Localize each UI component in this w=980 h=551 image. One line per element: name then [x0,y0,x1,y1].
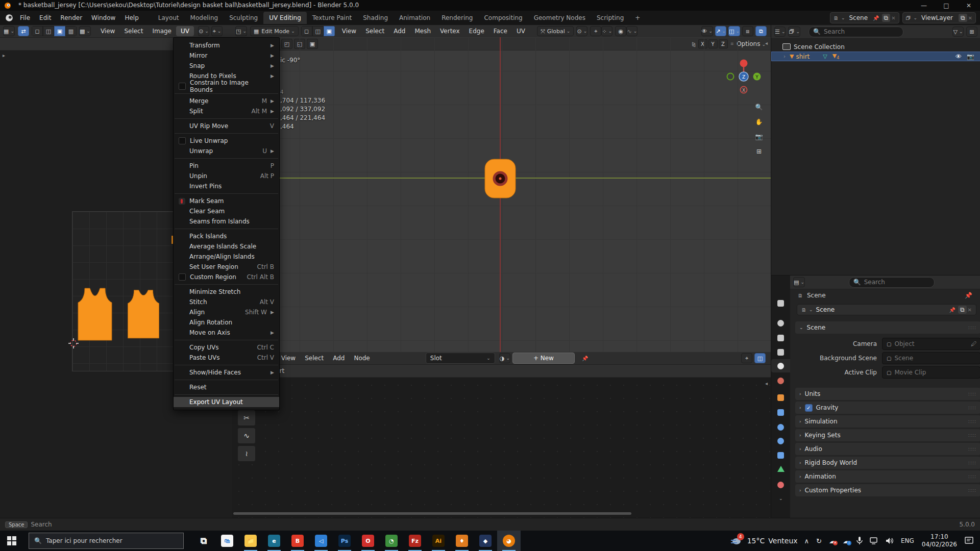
menu-item-minimize-stretch[interactable]: Minimize Stretch [174,287,279,297]
menu-item-export-uv-layout[interactable]: Export UV Layout [174,397,279,407]
menu-item-paste-uvs[interactable]: Paste UVsCtrl V [174,353,279,363]
menu-item-constrain-to-image-bounds[interactable]: Constrain to Image Bounds [174,81,279,91]
menu-item-snap[interactable]: Snap▶ [174,61,279,71]
new-material-button[interactable]: + New [512,353,575,364]
workspace-tab-modeling[interactable]: Modeling [185,12,224,24]
vp-menu-face[interactable]: Face [489,26,512,36]
render-properties-tab[interactable] [771,316,790,330]
language-indicator[interactable]: ENG [901,537,914,544]
section-units[interactable]: ›Units:::: [795,388,980,400]
section-audio[interactable]: ›Audio:::: [795,443,980,455]
workspace-tab-rendering[interactable]: Rendering [436,12,478,24]
physics-properties-tab[interactable] [771,434,790,447]
section-keying-sets[interactable]: ›Keying Sets:::: [795,429,980,441]
menu-item-custom-region[interactable]: Custom RegionCtrl Alt B [174,272,279,282]
menu-item-reset[interactable]: Reset [174,382,279,392]
workspace-tab-layout[interactable]: Layout [153,12,185,24]
menu-item-mirror[interactable]: Mirror▶ [174,51,279,61]
transform-orientation-dropdown[interactable]: ⤧Global⌄ [537,26,574,36]
menu-item-split[interactable]: SplitAlt M▶ [174,106,279,116]
outliner-row-shirt[interactable]: › ▼ shirt ▽ ▼4 👁 📷 [771,52,980,61]
uv-select-face-button[interactable]: ▣ [54,26,65,36]
section-rigid-body-world[interactable]: ›Rigid Body World:::: [795,457,980,469]
property-field-background-scene[interactable]: ▢Scene [882,352,980,364]
notification-center-icon[interactable] [965,537,974,545]
taskbar-app-dark-app[interactable]: ◆ [474,531,497,551]
sticky-selection-button[interactable]: ▩⌄ [79,26,91,36]
disable-render-icon[interactable]: 📷 [967,53,974,60]
menu-item-arrange-align-islands[interactable]: Arrange/Align Islands [174,252,279,262]
toolbar-expand-chevron[interactable]: ▸ [3,53,5,58]
material-browse-button[interactable]: ◑⌄ [499,353,510,363]
navigation-gizmo[interactable]: Y Z X [724,57,763,96]
material-properties-tab[interactable] [771,478,790,491]
weather-widget[interactable]: 4 15°C Venteux [730,535,798,546]
tray-expand-chevron[interactable]: ∧ [804,537,810,545]
copy-scene-icon[interactable]: ⧉ [882,14,891,22]
vertex-select-button[interactable]: ◻ [301,26,312,36]
mode-dropdown[interactable]: ▦Edit Mode⌄ [250,26,299,36]
outliner-search[interactable]: 🔍 Search [808,27,903,37]
speaker-icon[interactable] [886,537,894,544]
scene-selector[interactable]: 🗎 ⌄ Scene 📌 ⧉ ✕ [830,12,899,23]
minimize-button[interactable]: — [913,0,935,11]
sh-menu-select[interactable]: Select [300,353,328,363]
menu-item-align[interactable]: AlignShift W▶ [174,307,279,317]
editor-type-button[interactable]: ▦⌄ [3,26,15,36]
edge-select-button[interactable]: ◫ [312,26,324,36]
sidebar-collapse-chevron[interactable]: ◂ [765,381,768,386]
app-menu-file[interactable]: File [15,12,35,23]
menu-item-unwrap[interactable]: UnwrapU▶ [174,146,279,156]
scene-panel-header[interactable]: ⌄Scene:::: [795,321,980,334]
show-gizmo-button[interactable]: 👁⌄ [701,26,714,36]
app-menu-help[interactable]: Help [120,12,143,23]
menu-item-merge[interactable]: MergeM▶ [174,96,279,106]
snapping-toggle[interactable]: ⌖ [741,353,752,363]
section-simulation[interactable]: ›Simulation:::: [795,415,980,428]
uv-menu-image[interactable]: Image [148,26,176,36]
pivot-point-button[interactable]: ⊙⌄ [576,26,587,36]
output-properties-tab[interactable] [771,331,790,344]
taskbar-app-file-explorer[interactable]: 📁 [239,531,262,551]
overlays-toggle[interactable]: ◫⌄ [728,26,740,36]
taskbar-app-orange-app[interactable]: ♦ [450,531,474,551]
editor-type-button[interactable]: ☰⌄ [774,27,786,37]
delete-scene-icon[interactable]: ✕ [890,15,896,21]
proportional-editing-button[interactable]: ◉ [615,26,626,36]
copy-icon[interactable]: ⧉ [958,306,967,314]
workspace-tab-compositing[interactable]: Compositing [478,12,528,24]
editor-type-button[interactable]: ▤⌄ [793,277,805,287]
vp-menu-mesh[interactable]: Mesh [410,26,435,36]
uv-menu-uv[interactable]: UV [176,26,194,36]
property-field-camera[interactable]: ▢Object🖊 [882,338,980,350]
vp-menu-select[interactable]: Select [361,26,389,36]
particles-properties-tab[interactable] [771,420,790,434]
hide-eye-icon[interactable]: 👁 [955,53,962,60]
object-data-properties-tab[interactable] [771,462,790,475]
workspace-tab-texture-paint[interactable]: Texture Paint [307,12,357,24]
perspective-grid-icon[interactable]: ⊞ [753,146,765,157]
uv-select-island-button[interactable]: ▥ [65,26,77,36]
sidebar-collapse-chevron[interactable]: ◂ [765,40,768,46]
menu-item-invert-pins[interactable]: Invert Pins [174,181,279,191]
uv-2d-cursor[interactable] [68,338,79,348]
taskbar-app-vscode[interactable]: ◁ [309,531,333,551]
menu-item-copy-uvs[interactable]: Copy UVsCtrl C [174,342,279,353]
menu-item-transform[interactable]: Transform▶ [174,40,279,51]
outliner-row-scene-collection[interactable]: Scene Collection [771,42,980,52]
menu-item-pin[interactable]: PinP [174,161,279,171]
sh-menu-node[interactable]: Node [349,353,374,363]
taskbar-app-brave[interactable]: B [286,531,309,551]
uv-select-edge-button[interactable]: ◫ [43,26,54,36]
menu-item-pack-islands[interactable]: Pack Islands [174,231,279,241]
update-circle-icon[interactable]: ↻ [816,537,822,545]
node-tool-2[interactable]: ∿ [237,428,256,444]
sh-menu-add[interactable]: Add [328,353,349,363]
onedrive-error-icon[interactable]: ☁✕ [829,537,836,545]
world-properties-tab[interactable] [771,374,790,387]
onedrive-info-icon[interactable]: ☁i [843,537,849,545]
camera-view-icon[interactable]: 📷 [753,131,765,142]
object-properties-tab[interactable] [771,391,790,404]
workspace-tab-scripting[interactable]: Scripting [591,12,629,24]
taskbar-app-illustrator[interactable]: Ai [427,531,450,551]
